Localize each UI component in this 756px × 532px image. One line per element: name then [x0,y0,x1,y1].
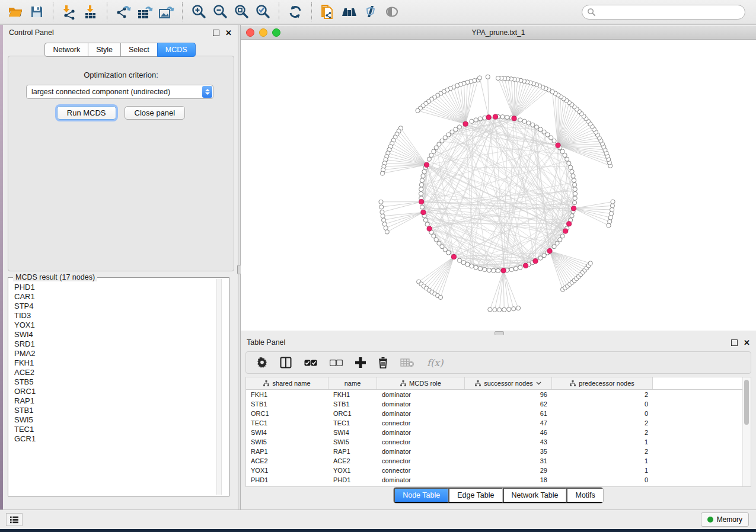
run-mcds-button[interactable]: Run MCDS [57,106,116,120]
mcds-result-node[interactable]: PHD1 [14,283,229,292]
mcds-result-node[interactable]: SWI5 [14,415,229,425]
close-panel-button[interactable]: Close panel [125,106,186,120]
float-panel-icon[interactable] [213,30,219,36]
mcds-result-node[interactable]: YOX1 [14,321,229,330]
table-row[interactable]: STB1STB1dominator620 [246,399,751,409]
show-column-panel-button[interactable] [280,355,292,370]
table-row[interactable]: RAP1RAP1dominator352 [246,447,751,456]
mcds-result-node[interactable]: RAP1 [14,396,229,406]
mcds-result-node[interactable]: ORC1 [14,387,229,396]
import-table-button[interactable] [80,2,101,22]
tab-edge-table[interactable]: Edge Table [448,488,502,503]
export-image-button[interactable] [155,2,177,22]
show-eye-button[interactable] [381,2,403,22]
column-header-filler [653,377,751,389]
column-header-predecessor-nodes[interactable]: predecessor nodes [552,377,653,389]
cell: 0 [552,410,653,417]
zoom-in-icon [190,4,207,20]
close-panel-icon[interactable]: ✕ [225,30,232,36]
trash-icon [378,357,388,368]
tab-mcds[interactable]: MCDS [157,43,196,57]
table-row[interactable]: ACE2ACE2connector311 [246,456,751,466]
cell: ORC1 [246,410,328,417]
mcds-result-node[interactable]: STB1 [14,406,229,415]
cell: 31 [465,457,552,464]
cell: SWI4 [246,429,328,436]
cell: 2 [552,391,653,398]
mcds-result-list: PHD1CAR1STP4TID3YOX1SWI4SRD1PMA2FKH1ACE2… [8,278,229,444]
table-row[interactable]: SWI4SWI4dominator462 [246,428,751,437]
mcds-result-node[interactable]: TID3 [14,311,229,321]
import-network-icon [62,4,77,20]
export-table-button[interactable] [134,2,155,22]
zoom-out-button[interactable] [209,2,231,22]
save-button[interactable] [26,2,47,22]
toolbar-separator [53,2,53,21]
toolbar-separator [311,2,312,21]
tab-node-table[interactable]: Node Table [394,488,448,503]
network-canvas[interactable] [241,40,756,331]
table-row[interactable]: FKH1FKH1dominator962 [246,390,751,399]
column-header-successor-nodes[interactable]: successor nodes [465,377,552,389]
clone-network-button[interactable] [317,2,339,22]
zoom-fit-button[interactable] [231,2,252,22]
cell: ORC1 [328,410,377,417]
table-settings-button[interactable] [257,355,267,370]
mcds-result-node[interactable]: PMA2 [14,349,229,358]
function-builder-button[interactable]: f(x) [427,355,443,370]
table-row[interactable]: PHD1PHD1dominator180 [246,475,751,485]
mcds-result-node[interactable]: TEC1 [14,425,229,434]
zoom-selected-button[interactable] [252,2,273,22]
horizontal-splitter[interactable] [241,331,756,335]
column-header-MCDS-role[interactable]: MCDS role [377,377,465,389]
clone-network-icon [320,3,336,21]
table-scrollbar-thumb[interactable] [744,380,749,425]
tab-network-table[interactable]: Network Table [503,488,567,503]
search-field[interactable] [582,5,745,20]
table-scrollbar[interactable] [742,377,751,486]
task-history-button[interactable] [6,513,23,526]
tab-select[interactable]: Select [120,43,158,57]
tab-motifs[interactable]: Motifs [566,488,602,503]
unselect-all-columns-button[interactable] [330,355,343,370]
cell: connector [377,457,465,464]
optimization-criterion-select[interactable]: largest connected component (undirected) [26,85,213,99]
mcds-result-node[interactable]: GCR1 [14,434,229,444]
mcds-result-node[interactable]: FKH1 [14,358,229,368]
tab-network[interactable]: Network [44,43,88,57]
tab-style[interactable]: Style [88,43,121,57]
table-row[interactable]: SWI5SWI5connector431 [246,437,751,447]
binoculars-button[interactable] [339,2,360,22]
create-column-button[interactable] [355,355,366,370]
checked-boxes-icon [304,360,317,366]
column-header-name[interactable]: name [328,377,377,389]
refresh-button[interactable] [285,2,306,22]
memory-button[interactable]: Memory [701,512,749,527]
import-network-button[interactable] [59,2,80,22]
column-header-shared-name[interactable]: shared name [246,377,328,389]
export-network-button[interactable] [113,2,134,22]
mcds-result-node[interactable]: STP4 [14,302,229,311]
network-graph[interactable] [241,40,756,331]
mcds-result-node[interactable]: CAR1 [14,292,229,302]
status-bar: Memory [0,509,756,529]
control-panel-tabs: NetworkStyleSelectMCDS [3,43,238,57]
close-panel-icon[interactable]: ✕ [744,340,750,345]
zoom-in-button[interactable] [188,2,209,22]
mcds-result-node[interactable]: ACE2 [14,368,229,377]
select-all-columns-button[interactable] [304,355,317,370]
float-panel-icon[interactable] [731,339,738,346]
mcds-result-node[interactable]: STB5 [14,377,229,387]
mcds-result-scrollbar[interactable] [216,279,222,495]
hide-labels-icon [362,4,379,20]
table-row[interactable]: ORC1ORC1dominator610 [246,409,751,418]
mcds-result-node[interactable]: SWI4 [14,330,229,339]
search-input[interactable] [596,7,745,18]
open-folder-button[interactable] [5,2,26,22]
hide-labels-button[interactable] [360,2,381,22]
delete-table-button[interactable] [400,355,414,370]
delete-column-button[interactable] [378,355,388,370]
mcds-result-node[interactable]: SRD1 [14,339,229,349]
table-row[interactable]: YOX1YOX1connector291 [246,466,751,475]
table-row[interactable]: TEC1TEC1connector472 [246,418,751,428]
